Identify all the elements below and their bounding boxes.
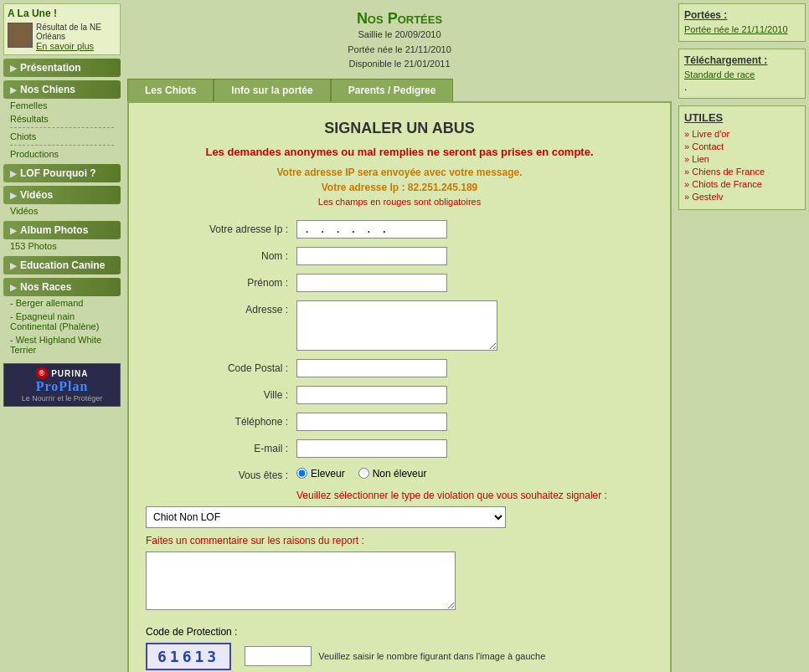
required-notice: Les champs en rouges sont obligatoires [146, 197, 653, 207]
right-sidebar: Portées : Portée née le 21/11/2010 Téléc… [675, 0, 809, 672]
nos-races-label: Nos Races [20, 281, 71, 293]
photos-link[interactable]: 153 Photos [3, 239, 121, 253]
lof-section: ▶ LOF Pourquoi ? [3, 164, 121, 182]
ip-label: Votre adresse Ip : [146, 220, 296, 235]
chiots-link[interactable]: Chiots [3, 130, 121, 143]
femelles-link[interactable]: Femelles [3, 99, 121, 112]
form-container: Signaler un Abus Les demandes anonymes o… [127, 101, 672, 672]
savoir-plus-link[interactable]: En savoir plus [36, 41, 94, 51]
portees-title: Nos Portées [134, 10, 665, 28]
eleveur-label-text: Eleveur [311, 468, 345, 480]
portees-header: Nos Portées Saillie le 20/09/2010 Portée… [127, 3, 672, 79]
ip-notice1: Votre adresse IP sera envoyée avec votre… [146, 167, 653, 178]
nos-races-nav[interactable]: ▶ Nos Races [3, 278, 121, 296]
non-eleveur-radio[interactable] [358, 468, 369, 479]
violation-label: Veuillez sélectionner le type de violati… [296, 490, 653, 501]
result-text: Résultat de la NE Orléans [36, 23, 116, 41]
standard-link[interactable]: Standard de race [684, 69, 800, 80]
nos-chiens-nav[interactable]: ▶ Nos Chiens [3, 80, 121, 99]
album-nav[interactable]: ▶ Album Photos [3, 221, 121, 239]
prenom-input[interactable] [296, 274, 447, 292]
telephone-input[interactable] [296, 413, 447, 431]
telephone-row: Téléphone : [146, 413, 653, 431]
lof-nav[interactable]: ▶ LOF Pourquoi ? [3, 164, 121, 182]
nos-chiens-label: Nos Chiens [20, 84, 75, 95]
presentation-label: Présentation [20, 62, 81, 74]
form-warning: Les demandes anonymes ou mal remplies ne… [146, 146, 653, 158]
code-postal-label: Code Postal : [146, 359, 296, 374]
code-postal-row: Code Postal : [146, 359, 653, 377]
non-eleveur-label-text: Non éleveur [373, 468, 427, 480]
arrow-icon3: ▶ [10, 169, 17, 178]
non-eleveur-radio-label[interactable]: Non éleveur [358, 468, 427, 480]
race2-link[interactable]: - Epagneul nain Continental (Phalène) [3, 310, 121, 333]
videos-link[interactable]: Vidéos [3, 204, 121, 218]
portee-nee-date: Portée née le 21/11/2010 [134, 43, 665, 58]
prenom-label: Prénom : [146, 274, 296, 289]
code-section: Code de Protection : 61613 Veuillez sais… [146, 626, 653, 670]
code-hint: Veuillez saisir le nombre figurant dans … [318, 651, 545, 661]
saillie-date: Saillie le 20/09/2010 [134, 28, 665, 43]
a-la-une-title: A La Une ! [8, 8, 116, 19]
code-image: 61613 [146, 643, 231, 670]
tab-bar: Les Chiots Info sur la portée Parents / … [127, 79, 672, 101]
presentation-section: ▶ Présentation [3, 59, 121, 77]
code-protection-label: Code de Protection : [146, 626, 237, 638]
education-nav[interactable]: ▶ Education Canine [3, 256, 121, 274]
utiles-link-4[interactable]: Chiots de France [684, 179, 800, 189]
arrow-icon5: ▶ [10, 226, 17, 235]
arrow-icon: ▶ [10, 64, 17, 73]
telechargement-title: Téléchargement : [684, 54, 800, 66]
comment-input[interactable] [146, 551, 456, 610]
portee-link[interactable]: Portée née le 21/11/2010 [684, 24, 800, 34]
code-postal-input[interactable] [296, 359, 447, 377]
purina-banner[interactable]: ® PURINA ProPlan Le Nourrir et le Protég… [3, 363, 121, 407]
adresse-label: Adresse : [146, 300, 296, 315]
album-label: Album Photos [20, 224, 88, 236]
utiles-link-1[interactable]: Contact [684, 141, 800, 151]
education-section: ▶ Education Canine [3, 256, 121, 274]
tab-parents[interactable]: Parents / Pedigree [331, 79, 454, 101]
proplan-logo: ProPlan [8, 379, 116, 394]
disponible-date: Disponible le 21/01/2011 [134, 57, 665, 72]
arrow-icon6: ▶ [10, 261, 17, 270]
violation-select[interactable]: Chiot Non LOF Annonce frauduleuse Photo … [146, 506, 506, 528]
eleveur-radio-label[interactable]: Eleveur [296, 468, 345, 480]
race3-link[interactable]: - West Highland White Terrier [3, 333, 121, 357]
nos-races-section: ▶ Nos Races - Berger allemand - Epagneul… [3, 278, 121, 357]
comment-label: Faites un commentaire sur les raisons du… [146, 535, 653, 546]
email-input[interactable] [296, 439, 447, 458]
nom-label: Nom : [146, 247, 296, 262]
lof-label: LOF Pourquoi ? [20, 167, 96, 179]
utiles-link-3[interactable]: Chiens de France [684, 167, 800, 177]
utiles-link-0[interactable]: Livre d'or [684, 129, 800, 139]
utiles-link-5[interactable]: Gestelv [684, 192, 800, 202]
a-la-une-image [8, 23, 33, 48]
arrow-icon2: ▶ [10, 85, 17, 95]
productions-link[interactable]: Productions [3, 147, 121, 161]
adresse-row: Adresse : [146, 300, 653, 351]
nom-input[interactable] [296, 247, 447, 265]
resultats-link[interactable]: Résultats [3, 112, 121, 126]
code-input[interactable] [245, 646, 312, 666]
form-title: Signaler un Abus [146, 120, 653, 137]
arrow-icon4: ▶ [10, 191, 17, 200]
nos-chiens-section: ▶ Nos Chiens Femelles Résultats Chiots P… [3, 80, 121, 161]
violation-section: Veuillez sélectionner le type de violati… [146, 490, 653, 528]
eleveur-radio[interactable] [296, 468, 307, 479]
main-content: Nos Portées Saillie le 20/09/2010 Portée… [124, 0, 675, 672]
race1-link[interactable]: - Berger allemand [3, 296, 121, 310]
tab-info[interactable]: Info sur la portée [214, 79, 330, 101]
telephone-label: Téléphone : [146, 413, 296, 428]
videos-section: ▶ Vidéos Vidéos [3, 186, 121, 218]
ville-input[interactable] [296, 386, 447, 404]
presentation-nav[interactable]: ▶ Présentation [3, 59, 121, 77]
nom-row: Nom : [146, 247, 653, 265]
telechargement-section: Téléchargement : Standard de race . [678, 49, 806, 99]
ville-label: Ville : [146, 386, 296, 401]
tab-chiots[interactable]: Les Chiots [127, 79, 214, 101]
utiles-link-2[interactable]: Lien [684, 154, 800, 164]
adresse-input[interactable] [296, 300, 497, 351]
email-row: E-mail : [146, 439, 653, 458]
videos-nav[interactable]: ▶ Vidéos [3, 186, 121, 204]
